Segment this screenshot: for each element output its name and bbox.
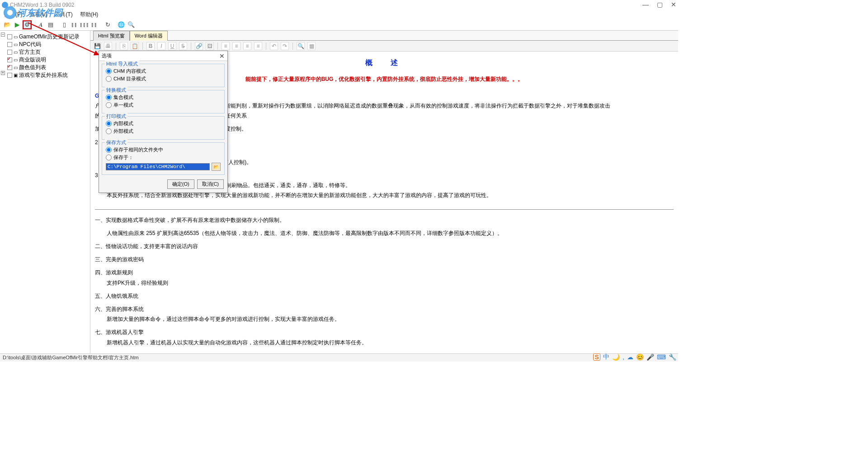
tree-item[interactable]: ▣游戏引擎反外挂系统 <box>1 71 89 79</box>
checkbox[interactable] <box>7 65 12 70</box>
dialog-close-icon[interactable]: ✕ <box>219 52 225 60</box>
bold-icon[interactable]: B <box>146 42 155 50</box>
app-title: CHM2Word 1.3 Build 0902 <box>10 2 75 8</box>
print-icon[interactable]: 🖶 <box>104 42 112 50</box>
maximize-button[interactable]: ▢ <box>657 1 663 8</box>
browse-button[interactable]: 📂 <box>212 163 221 171</box>
toolbar: 📂 ▶ ⚙ 𝑨 ▤ ▯ ⫿⫿ ⫿⫿⫿ ⫿⫿ ↻ 🌐 🔍 <box>0 19 678 31</box>
checkbox[interactable] <box>7 57 12 62</box>
copy-icon[interactable]: ⎘ <box>120 42 128 50</box>
tree-item[interactable]: ▭NPC代码 <box>1 41 89 48</box>
app-icon <box>2 2 8 8</box>
editor-toolbar: 💾 🖶 ⎘ 📋 B I U S̶ 🔗 🖼 ≡ ≡ ≡ ≡ ↶ ↷ 🔍 ▦ <box>90 41 678 52</box>
window-buttons: — ▢ ✕ <box>642 1 676 8</box>
layout-icon[interactable]: ▤ <box>46 20 55 29</box>
ok-button[interactable]: 确定(O) <box>167 179 194 189</box>
radio-external[interactable]: 外部模式 <box>106 128 221 135</box>
group-print-mode: 打印模式 内部模式 外部模式 <box>102 116 225 140</box>
tree-item[interactable]: ▭GameOfMir历史更新记录 <box>1 33 89 40</box>
menu-help[interactable]: 帮助(H) <box>78 10 100 19</box>
tray-icon[interactable]: , <box>623 353 624 361</box>
strike-icon[interactable]: S̶ <box>179 42 187 50</box>
save-path-input[interactable] <box>106 163 210 170</box>
radio-collection[interactable]: 集合模式 <box>106 94 221 101</box>
ime-icon[interactable]: S <box>593 353 600 361</box>
radio-save-to[interactable]: 保存于： <box>106 154 221 161</box>
menu-file[interactable]: 文件(F) <box>3 10 24 19</box>
tree-item[interactable]: ▭商业版说明 <box>1 56 89 63</box>
checkbox[interactable] <box>7 73 12 78</box>
link-icon[interactable]: 🔗 <box>195 42 203 50</box>
expand-root[interactable]: − <box>1 33 5 37</box>
font-icon[interactable]: 𝑨 <box>36 20 45 29</box>
tray-icon[interactable]: ☁ <box>627 353 633 361</box>
col4-icon[interactable]: ⫿⫿ <box>90 20 99 29</box>
radio-internal[interactable]: 内部模式 <box>106 120 221 127</box>
menu-view[interactable]: 查看(V) <box>28 10 49 19</box>
open-icon[interactable]: 📂 <box>3 20 12 29</box>
checkbox[interactable] <box>7 34 12 39</box>
col2-icon[interactable]: ⫿⫿ <box>70 20 79 29</box>
find-icon[interactable]: 🔍 <box>297 42 305 50</box>
tray-icon[interactable]: ⌨ <box>657 353 666 361</box>
checkbox[interactable] <box>7 42 12 47</box>
tray-icon[interactable]: 🎤 <box>646 353 654 361</box>
tray-icon[interactable]: 中 <box>603 353 609 361</box>
divider <box>95 209 674 210</box>
doc-text: 五、人物饥饿系统 <box>95 292 674 301</box>
minimize-button[interactable]: — <box>642 1 649 8</box>
checkbox[interactable] <box>7 50 12 55</box>
tray-icon[interactable]: 🔧 <box>669 353 676 361</box>
align-justify-icon[interactable]: ≡ <box>254 42 262 50</box>
col3-icon[interactable]: ⫿⫿⫿ <box>80 20 89 29</box>
play-icon[interactable]: ▶ <box>13 20 22 29</box>
tray-icon[interactable]: 😊 <box>636 353 644 361</box>
globe-icon[interactable]: 🌐 <box>117 20 126 29</box>
tab-editor[interactable]: Word 编辑器 <box>130 31 168 41</box>
group-convert-mode: 转换模式 集合模式 单一模式 <box>102 90 225 113</box>
refresh-icon[interactable]: ↻ <box>103 20 112 29</box>
tree-label: 游戏引擎反外挂系统 <box>19 71 68 79</box>
dialog-title: 选项 <box>102 52 112 59</box>
doc-text: 人物属性由原来 255 扩展到高达65535（包括人物等级，攻击力，魔法、道术、… <box>95 229 674 238</box>
menu-tools[interactable]: 工具(T) <box>53 10 74 19</box>
page-icon: ▭ <box>14 42 18 47</box>
expand-node[interactable]: + <box>1 71 5 75</box>
menubar: 文件(F) 查看(V) 工具(T) 帮助(H) <box>0 10 678 19</box>
close-button[interactable]: ✕ <box>671 1 676 8</box>
options-button-highlighted[interactable]: ⚙ <box>23 20 32 29</box>
radio-same-folder[interactable]: 保存于相同的文件夹中 <box>106 146 221 153</box>
doc-text: 新增加大量的脚本命令，通过这些脚本命令可更多的对游戏进行控制，实现大量丰富的游戏… <box>95 315 674 324</box>
align-right-icon[interactable]: ≡ <box>243 42 251 50</box>
align-center-icon[interactable]: ≡ <box>232 42 241 50</box>
undo-icon[interactable]: ↶ <box>270 42 278 50</box>
system-tray: S 中 🌙 , ☁ 😊 🎤 ⌨ 🔧 <box>593 353 676 361</box>
page-icon: ▭ <box>14 65 18 70</box>
tray-icon[interactable]: 🌙 <box>612 353 620 361</box>
tree-label: 颜色值列表 <box>19 64 46 71</box>
paste-icon[interactable]: 📋 <box>131 42 139 50</box>
tree-item[interactable]: ▭颜色值列表 <box>1 64 89 71</box>
align-left-icon[interactable]: ≡ <box>222 42 230 50</box>
legend: 打印模式 <box>105 113 127 120</box>
radio-chm-content[interactable]: CHM 内容模式 <box>106 68 221 75</box>
underline-icon[interactable]: U <box>168 42 176 50</box>
col1-icon[interactable]: ▯ <box>60 20 69 29</box>
tree-item[interactable]: ▭官方主页 <box>1 48 89 56</box>
legend: 保存方式 <box>105 139 127 146</box>
tree-panel: − ▭GameOfMir历史更新记录 ▭NPC代码 ▭官方主页 ▭商业版说明 ▭… <box>0 31 90 358</box>
italic-icon[interactable]: I <box>157 42 165 50</box>
image-icon[interactable]: 🖼 <box>206 42 214 50</box>
radio-chm-toc[interactable]: CHM 目录模式 <box>106 75 221 82</box>
save-icon[interactable]: 💾 <box>93 42 101 50</box>
tab-preview[interactable]: Html 预览窗 <box>93 31 130 41</box>
folder-icon: ▣ <box>14 73 18 78</box>
doc-text: 二、怪物说话功能，支持更丰富的说话内容 <box>95 242 674 251</box>
group-save-mode: 保存方式 保存于相同的文件夹中 保存于： 📂 <box>102 142 225 175</box>
redo-icon[interactable]: ↷ <box>281 42 289 50</box>
table-icon[interactable]: ▦ <box>307 42 316 50</box>
search-icon[interactable]: 🔍 <box>127 20 136 29</box>
statusbar: D:\tools\桌面\游戏辅助GameOfMir引擎帮助文档\官方主页.htm <box>0 353 678 362</box>
cancel-button[interactable]: 取消(C) <box>197 179 224 189</box>
radio-single[interactable]: 单一模式 <box>106 102 221 108</box>
